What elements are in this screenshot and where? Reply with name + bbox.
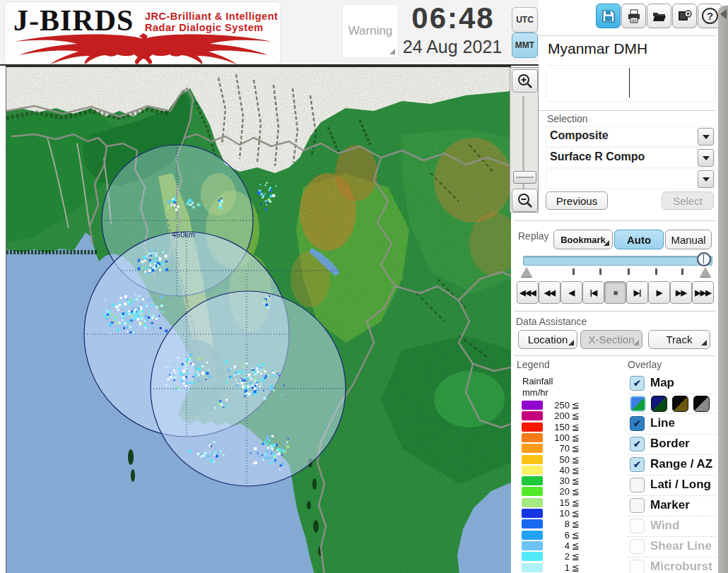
station-info-box[interactable]	[546, 65, 715, 102]
overlay-separator	[628, 495, 715, 496]
map-style-black-gray-swatch[interactable]	[693, 396, 710, 412]
legend-row: 2≦	[522, 551, 585, 562]
leq-symbol: ≦	[572, 530, 580, 540]
checkbox-line[interactable]: ✔	[630, 416, 645, 431]
overlay-separator	[628, 475, 715, 475]
question-mark-icon: ?	[702, 8, 718, 24]
legend-color-swatch	[522, 531, 543, 540]
checkbox-map[interactable]: ✔	[630, 376, 645, 391]
legend-value: 70	[544, 443, 570, 454]
app-logo: J-BIRDS JRC-Brilliant & Intelligent Rada…	[4, 1, 281, 65]
overlay-separator	[628, 394, 715, 394]
warning-button[interactable]: Warning	[342, 4, 399, 58]
open-folder-button[interactable]	[647, 4, 671, 28]
overlay-row-border: ✔Border	[630, 436, 715, 453]
legend-value: 200	[544, 410, 570, 421]
legend-value: 250	[544, 400, 570, 410]
timeline-tick	[628, 268, 630, 275]
map-style-blue-green-swatch[interactable]	[630, 396, 646, 412]
manual-mode-button[interactable]: Manual	[665, 230, 712, 249]
mmt-button[interactable]: MMT	[512, 33, 538, 58]
panel-separator	[539, 35, 715, 36]
playback-step-forward-button[interactable]: ▶|	[626, 281, 648, 304]
x-section-button[interactable]: X-Section	[580, 330, 642, 349]
station-name: Myanmar DMH	[548, 40, 647, 57]
legend-value: 30	[544, 475, 570, 486]
leq-symbol: ≦	[572, 497, 580, 508]
checkbox-lati-long[interactable]	[630, 478, 645, 492]
playback-play-reverse-button[interactable]: ◀	[560, 281, 582, 304]
overlay-row-wind: Wind	[630, 518, 715, 535]
legend-title-line2: mm/hr	[522, 387, 548, 398]
legend-color-swatch	[522, 509, 543, 518]
option-dropdown[interactable]	[546, 169, 715, 189]
legend-color-swatch	[522, 476, 543, 485]
save-button[interactable]	[596, 4, 621, 28]
panel-collapse-bar[interactable]	[718, 6, 728, 573]
chevron-down-icon[interactable]	[698, 128, 714, 146]
auto-mode-button[interactable]: Auto	[614, 230, 664, 249]
map-zoom-control	[510, 67, 539, 213]
checkbox-marker[interactable]	[630, 498, 645, 513]
legend-row: 1≦	[522, 562, 585, 573]
legend-label: Legend	[517, 359, 550, 370]
map-style-black-olive-swatch[interactable]	[672, 396, 688, 412]
range-start-marker[interactable]	[521, 267, 532, 277]
bookmark-button[interactable]: Bookmark	[553, 230, 613, 249]
overlay-item-label: Map	[650, 376, 674, 390]
map-style-navy-darkgreen-swatch[interactable]	[651, 396, 667, 412]
overlay-item-label: Range / AZ	[650, 457, 712, 471]
replay-timeline-track[interactable]	[523, 256, 712, 266]
range-ring-label: 450km	[172, 230, 195, 239]
replay-timeline-handle[interactable]	[697, 252, 711, 266]
legend-color-swatch	[522, 563, 543, 572]
legend-row: 4≦	[522, 540, 585, 551]
button-label: Location	[528, 333, 568, 345]
leq-symbol: ≦	[572, 519, 580, 529]
checkbox-range-az[interactable]: ✔	[630, 457, 645, 472]
overlay-separator	[628, 434, 715, 435]
composite-dropdown[interactable]: Composite	[546, 126, 715, 147]
location-button[interactable]: Location	[518, 330, 577, 349]
legend-row: 100≦	[522, 432, 585, 443]
select-button[interactable]: Select	[662, 191, 714, 210]
overlay-row-microburst: Microburst	[630, 559, 715, 573]
legend-row: 150≦	[522, 422, 585, 432]
legend-row: 8≦	[522, 519, 585, 529]
panel-separator	[515, 311, 715, 312]
zoom-in-button[interactable]	[512, 69, 538, 93]
checkbox-border[interactable]: ✔	[630, 437, 645, 451]
playback-jump-end-button[interactable]: ▶▶▶	[692, 281, 714, 304]
overlay-separator	[628, 557, 715, 557]
chevron-down-icon[interactable]	[698, 170, 714, 188]
panel-separator	[539, 110, 715, 111]
clock-date: 24 Aug 2021	[396, 37, 509, 57]
overlay-separator	[628, 516, 715, 516]
overlay-separator	[628, 536, 715, 537]
leq-symbol: ≦	[572, 432, 580, 443]
zoom-slider-handle[interactable]	[513, 171, 536, 184]
playback-stop-button[interactable]: ■	[604, 281, 626, 304]
range-end-marker[interactable]	[700, 267, 711, 277]
product-dropdown[interactable]: Surface R Compo	[546, 148, 715, 168]
chevron-down-icon[interactable]	[698, 149, 714, 167]
capture-image-button[interactable]	[672, 4, 697, 28]
previous-button[interactable]: Previous	[546, 191, 608, 210]
playback-play-button[interactable]: ▶	[648, 281, 670, 304]
playback-fast-rewind-button[interactable]: ◀◀	[539, 281, 560, 304]
overlay-item-label: Line	[650, 416, 675, 430]
print-button[interactable]	[621, 4, 646, 28]
radar-map-canvas[interactable]: 450km	[6, 66, 511, 573]
playback-step-back-button[interactable]: |◀	[582, 281, 604, 304]
legend-color-swatch	[522, 519, 543, 528]
playback-jump-start-button[interactable]: ◀◀◀	[517, 281, 539, 304]
replay-label: Replay	[518, 230, 549, 242]
legend-row: 70≦	[522, 443, 585, 454]
playback-fast-forward-button[interactable]: ▶▶	[670, 281, 692, 304]
utc-button[interactable]: UTC	[512, 7, 538, 33]
zoom-out-button[interactable]	[512, 189, 538, 212]
track-button[interactable]: Track	[648, 330, 710, 349]
leq-symbol: ≦	[572, 410, 580, 421]
selection-label: Selection	[547, 113, 588, 124]
collapse-left-arrow-icon[interactable]	[720, 9, 727, 19]
